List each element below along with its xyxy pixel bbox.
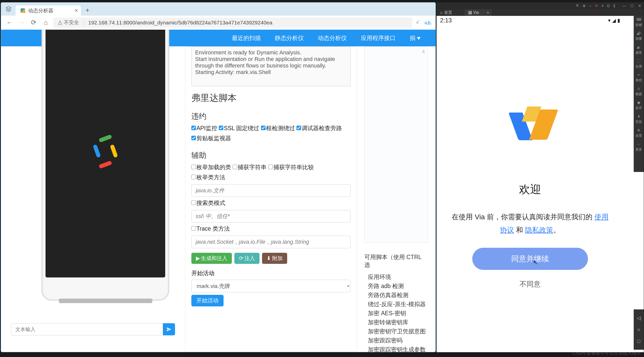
aux-row-1: 枚举加载的类 捕获字符串 捕获字符串比较 — [191, 162, 351, 172]
new-tab-button[interactable]: + — [83, 6, 92, 15]
start-activity-button[interactable]: 开始活动 — [191, 295, 224, 306]
home-icon: ⌂ — [440, 10, 443, 15]
titlebar-icon[interactable]: ○ — [589, 4, 591, 8]
close-icon[interactable]: × — [75, 7, 78, 14]
sidebar-cut[interactable]: ✂剪切 — [635, 73, 642, 82]
nav-recent[interactable]: 最近的扫描 — [232, 34, 261, 42]
agree-continue-button[interactable]: 同意并继续 ↖ — [472, 248, 588, 270]
forward-button[interactable]: → — [17, 18, 26, 27]
list-item[interactable]: 加密跟踪密钥生成参数 — [368, 345, 428, 352]
nav-api[interactable]: 应用程序接口 — [361, 34, 396, 42]
trace-input[interactable] — [191, 236, 351, 248]
list-item[interactable]: 加密 AES-密钥 — [368, 309, 428, 318]
nav-donate[interactable]: 捐 ♥ — [410, 34, 420, 42]
titlebar-icon[interactable]: ⇱ — [576, 4, 579, 8]
aux-heading: 辅助 — [191, 150, 351, 161]
sidebar-vol-up[interactable]: 🔊加量 — [635, 32, 642, 41]
list-item[interactable]: 加密转储密钥库 — [368, 318, 428, 327]
home-button[interactable]: ⌂ — [41, 18, 50, 27]
generate-inject-button[interactable]: ▶生成和注入 — [191, 253, 232, 264]
start-activity-label: 开始活动 — [191, 269, 351, 277]
refresh-button[interactable]: ⟳ — [29, 18, 38, 27]
sidebar-keys[interactable]: ⌨按键 — [635, 18, 642, 27]
cb-enum-methods[interactable] — [191, 175, 196, 179]
disagree-button[interactable]: 不同意 — [520, 279, 541, 289]
log-output[interactable]: Environment is ready for Dynamic Analysi… — [191, 47, 351, 86]
back-button[interactable]: ← — [5, 18, 14, 27]
tab-bar: 动态分析器 × + — [1, 3, 436, 16]
translate-button[interactable]: aあ — [424, 20, 432, 26]
loading-spinner-icon — [90, 136, 120, 167]
titlebar-icon[interactable]: ⟪ — [613, 4, 615, 8]
cb-debugger-bypass[interactable] — [296, 126, 301, 130]
privacy-policy-link[interactable]: 隐私政策 — [525, 226, 553, 234]
activity-select[interactable]: mark.via.壳牌 — [191, 280, 351, 292]
cb-capture-cmp[interactable] — [268, 165, 273, 169]
list-item[interactable]: 旁路 adb 检测 — [368, 281, 428, 291]
address-bar: ← → ⟳ ⌂ 不安全 192.168.74.11:8000/android_d… — [1, 16, 436, 30]
list-item[interactable]: 加密跟踪密码 — [368, 336, 428, 345]
window-controls: — ☐ ✕ — [622, 4, 641, 8]
list-item[interactable]: 绕过-反应-原生-模拟器 — [368, 300, 428, 309]
search-pattern-input[interactable] — [191, 210, 351, 223]
text-input[interactable] — [11, 323, 163, 335]
browser-tab[interactable]: 动态分析器 × — [16, 6, 81, 16]
close-icon[interactable]: ✕ — [638, 4, 641, 8]
watermark: CSDN @勇敢牛牛生生在线大闯关 — [573, 350, 641, 356]
attach-button[interactable]: ⬇附加 — [262, 253, 287, 264]
enum-methods-input[interactable] — [191, 184, 351, 197]
url-input[interactable]: 不安全 192.168.74.11:8000/android_dynamic/5… — [53, 18, 412, 28]
wifi-icon: ▾ — [608, 17, 611, 23]
sidebar-screenshot[interactable]: ⎙截图 — [635, 87, 642, 96]
cb-capture-str[interactable] — [233, 165, 237, 169]
sidebar-multi[interactable]: ▣多开 — [635, 101, 642, 110]
titlebar-icon[interactable]: ✉ — [595, 4, 598, 8]
titlebar-icon[interactable]: ≡ — [602, 4, 604, 8]
recents-icon[interactable]: □ — [637, 338, 640, 344]
cb-enum-classes[interactable] — [191, 165, 196, 169]
titlebar-icon[interactable]: G — [607, 4, 610, 8]
cb-api-monitor[interactable] — [191, 126, 196, 130]
close-icon[interactable]: × — [487, 11, 489, 15]
send-button[interactable] — [163, 323, 175, 335]
sidebar-more[interactable]: ⋯更多 — [635, 142, 642, 151]
tab-title: 动态分析器 — [28, 7, 53, 14]
via-icon — [468, 11, 472, 14]
available-scripts-label: 可用脚本（使用 CTRL 选 — [364, 253, 428, 269]
cb-trace[interactable] — [191, 226, 196, 231]
tab-via[interactable]: Via × — [465, 9, 492, 16]
analysis-panel: Environment is ready for Dynamic Analysi… — [185, 46, 357, 352]
sidebar-settings[interactable]: ⚙设置 — [635, 129, 642, 137]
home-icon[interactable]: ○ — [637, 327, 640, 333]
emulator-titlebar: ⇱ ⊕ ○ ✉ ≡ G ⟪ — ☐ ✕ — [437, 2, 644, 9]
sidebar-install[interactable]: ⬇安装 — [635, 115, 642, 124]
aux-row-2: 枚举类方法 — [191, 172, 351, 182]
browser-window: 动态分析器 × + ← → ⟳ ⌂ 不安全 192.168.74.11:8000… — [1, 2, 436, 352]
list-item[interactable]: 旁路仿真器检测 — [368, 291, 428, 300]
nav-dynamic[interactable]: 动态分析仪 — [318, 34, 347, 42]
inject-button[interactable]: ⟳注入 — [234, 253, 260, 264]
back-icon[interactable]: ◁ — [637, 315, 641, 321]
cb-search-pattern[interactable] — [191, 200, 196, 205]
list-item[interactable]: 应用环境 — [368, 272, 428, 281]
app-icon — [4, 4, 14, 14]
url-text: 192.168.74.11:8000/android_dynamic/5db76… — [88, 20, 272, 26]
titlebar-icon[interactable]: ⊕ — [583, 4, 586, 8]
tab-favicon — [21, 8, 25, 13]
script-list[interactable]: 应用环境 旁路 adb 检测 旁路仿真器检测 绕过-反应-原生-模拟器 加密 A… — [364, 272, 428, 352]
code-editor[interactable]: 4 — [364, 46, 428, 243]
maximize-icon[interactable]: ☐ — [630, 4, 634, 8]
emulator-screen[interactable]: 2:13 ▾ ◢ ▮ 欢迎 在使用 Via 前，你需要认真阅读并同意我们的 使用… — [437, 16, 624, 352]
minimize-icon[interactable]: — — [622, 4, 626, 8]
sidebar-fullscreen[interactable]: ⛶全屏 — [635, 59, 642, 68]
cb-clipboard[interactable] — [191, 136, 196, 140]
signal-icon: ◢ — [612, 17, 616, 23]
device-screen[interactable] — [46, 30, 165, 277]
sidebar-vol-down[interactable]: 🔉减音 — [635, 46, 642, 54]
tab-home[interactable]: ⌂ 首页 — [437, 9, 465, 16]
list-item[interactable]: 加密密钥守卫凭据意图 — [368, 327, 428, 336]
font-size-indicator[interactable]: Aᴬ — [416, 20, 419, 26]
cb-root-bypass[interactable] — [261, 126, 266, 130]
cb-ssl-pinning[interactable] — [219, 126, 223, 130]
nav-static[interactable]: 静态分析仪 — [275, 34, 304, 42]
